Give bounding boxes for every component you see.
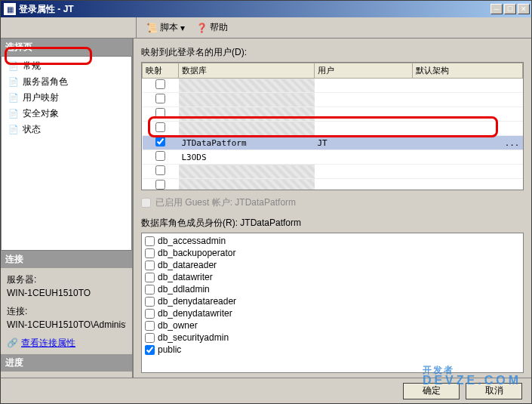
dropdown-icon: ▾ [180,23,185,33]
role-item[interactable]: db_denydatawriter [145,307,520,319]
ok-button[interactable]: 确定 [403,383,460,399]
help-button[interactable]: ❓ 帮助 [192,20,231,35]
script-label: 脚本 [160,21,178,34]
nav-user-mapping[interactable]: 📄用户映射 [2,90,131,106]
help-label: 帮助 [210,21,228,34]
table-row[interactable]: xxxxxx [143,93,523,107]
dialog-buttons: 确定 取消 [1,378,531,403]
role-checkbox[interactable] [145,261,155,270]
map-checkbox[interactable] [155,180,165,190]
page-icon: 📄 [8,124,20,136]
table-row[interactable]: xxxxxx [143,179,523,191]
role-checkbox[interactable] [145,309,155,319]
progress-header: 进度 [1,354,132,372]
server-label: 服务器: [7,273,126,286]
table-row[interactable]: L3ODS [143,150,523,165]
table-row[interactable]: xxxxxx [143,165,523,179]
script-button[interactable]: 📜 脚本 ▾ [143,20,188,35]
nav-securables[interactable]: 📄安全对象 [2,106,131,122]
guest-account-row: 已启用 Guest 帐户: JTDataPatform [141,196,524,209]
guest-checkbox [141,198,151,208]
page-icon: 📄 [8,76,20,88]
map-checkbox[interactable] [155,137,165,146]
role-item[interactable]: db_datawriter [145,271,520,283]
view-connection-link[interactable]: 查看连接属性 [21,336,75,350]
map-checkbox[interactable] [155,165,165,175]
role-checkbox[interactable] [145,333,155,343]
map-checkbox[interactable] [155,151,165,161]
col-user[interactable]: 用户 [315,63,413,79]
sidebar: 选择页 📄常规 📄服务器角色 📄用户映射 📄安全对象 📄状态 连接 服务器: W… [1,39,134,378]
table-row[interactable]: JTDataPatformJT... [143,136,523,150]
window-title: 登录属性 - JT [19,3,490,16]
role-checkbox[interactable] [145,345,155,355]
app-icon: ▦ [4,3,16,15]
role-item[interactable]: db_securityadmin [145,332,520,344]
page-icon: 📄 [8,108,20,120]
nav-status[interactable]: 📄状态 [2,122,131,137]
role-checkbox[interactable] [145,248,155,258]
connection-info: 服务器: WIN-1CEUH1510TO 连接: WIN-1CEUH1510TO… [1,268,132,354]
connection-icon: 🔗 [7,336,18,350]
role-checkbox[interactable] [145,297,155,307]
map-checkbox[interactable] [155,94,165,103]
cancel-button[interactable]: 取消 [466,383,522,399]
role-item[interactable]: db_owner [145,319,520,332]
conn-value: WIN-1CEUH1510TO\Administrat [7,318,126,332]
role-item[interactable]: db_datareader [145,259,520,271]
guest-label: 已启用 Guest 帐户: JTDataPatform [155,196,296,209]
role-checkbox[interactable] [145,236,155,246]
role-item[interactable]: public [145,344,520,356]
role-item[interactable]: db_backupoperator [145,247,520,259]
maximize-button[interactable]: ☐ [504,4,516,14]
script-icon: 📜 [146,22,158,34]
titlebar: ▦ 登录属性 - JT ─ ☐ ✕ [1,1,531,17]
role-checkbox[interactable] [145,285,155,295]
minimize-button[interactable]: ─ [490,4,503,14]
role-item[interactable]: db_ddladmin [145,283,520,295]
role-checkbox[interactable] [145,321,155,331]
col-map[interactable]: 映射 [143,63,179,79]
toolbar: 📜 脚本 ▾ ❓ 帮助 [1,17,531,39]
mapping-label: 映射到此登录名的用户(D): [141,46,524,59]
role-item[interactable]: db_denydatareader [145,295,520,307]
conn-label: 连接: [7,304,126,318]
page-nav-list: 📄常规 📄服务器角色 📄用户映射 📄安全对象 📄状态 [1,56,132,251]
page-icon: 📄 [8,92,20,104]
main-panel: 映射到此登录名的用户(D): 映射 数据库 用户 默认架构 xxxxxxxxxx… [134,39,531,378]
connection-header: 连接 [1,251,132,268]
map-checkbox[interactable] [155,79,165,89]
nav-server-roles[interactable]: 📄服务器角色 [2,74,131,90]
table-row[interactable]: xxxxxx [143,79,523,93]
close-button[interactable]: ✕ [518,4,530,14]
server-value: WIN-1CEUH1510TO [7,286,126,300]
highlight-user-mapping [5,47,92,65]
highlight-selected-row [148,116,498,137]
role-checkbox[interactable] [145,273,155,282]
roles-label: 数据库角色成员身份(R): JTDataPatform [141,217,524,230]
col-database[interactable]: 数据库 [179,63,315,79]
role-item[interactable]: db_accessadmin [145,235,520,247]
help-icon: ❓ [195,22,208,34]
db-roles-list[interactable]: db_accessadmindb_backupoperatordb_datare… [141,233,524,373]
col-schema[interactable]: 默认架构 [413,63,523,79]
